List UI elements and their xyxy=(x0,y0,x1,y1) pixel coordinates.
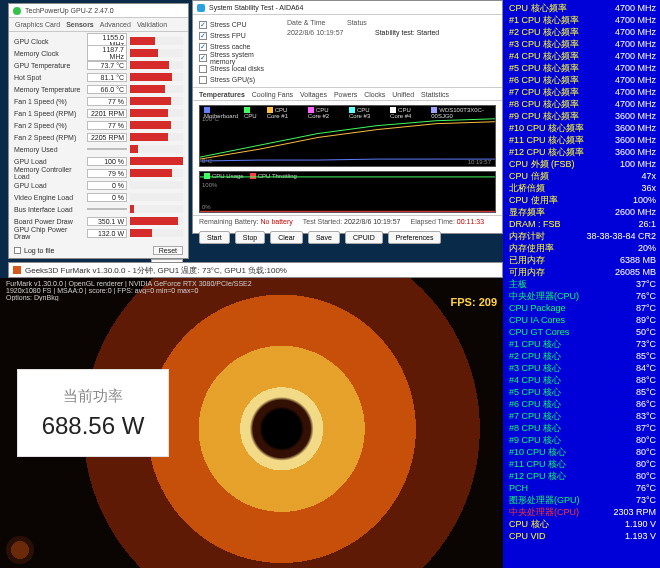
info-value: 4700 MHz xyxy=(615,62,656,74)
info-label: 内存计时 xyxy=(509,230,545,242)
info-value: 4700 MHz xyxy=(615,38,656,50)
info-value: 2303 RPM xyxy=(613,506,656,518)
aida-tab[interactable]: Voltages xyxy=(300,91,327,98)
sensor-name: Fan 1 Speed (RPM) xyxy=(14,110,84,117)
info-label: #3 CPU 核心 xyxy=(509,362,561,374)
info-label: CPU VID xyxy=(509,530,546,542)
info-value: 86°C xyxy=(636,398,656,410)
info-label: 北桥倍频 xyxy=(509,182,545,194)
info-value: 85°C xyxy=(636,386,656,398)
power-overlay: 当前功率 688.56 W xyxy=(18,370,168,456)
info-value: 3600 MHz xyxy=(615,134,656,146)
aida-status-row: Remaining Battery: No battery Test Start… xyxy=(193,215,502,227)
sensor-value xyxy=(87,148,127,150)
info-value: 6388 MB xyxy=(620,254,656,266)
info-value: 38-38-38-84 CR2 xyxy=(586,230,656,242)
info-label: CPU GT Cores xyxy=(509,326,569,338)
info-label: #10 CPU 核心频率 xyxy=(509,122,584,134)
preferences-button[interactable]: Preferences xyxy=(388,231,442,244)
gpuz-tab[interactable]: Graphics Card xyxy=(15,21,60,28)
info-label: #3 CPU 核心频率 xyxy=(509,38,579,50)
gpuz-titlebar[interactable]: TechPowerUp GPU-Z 2.47.0 xyxy=(9,4,188,18)
info-value: 76°C xyxy=(636,482,656,494)
gpuz-icon xyxy=(13,7,21,15)
gpuz-tabs: Graphics CardSensorsAdvancedValidation xyxy=(9,18,188,32)
power-value: 688.56 W xyxy=(42,412,145,440)
sensor-bar xyxy=(130,145,183,153)
sensor-value: 77 % xyxy=(87,97,127,106)
sensor-name: Memory Temperature xyxy=(14,86,84,93)
aida-tab[interactable]: Unified xyxy=(392,91,414,98)
info-label: #12 CPU 核心 xyxy=(509,470,566,482)
info-value: 4700 MHz xyxy=(615,50,656,62)
cpuid-button[interactable]: CPUID xyxy=(345,231,383,244)
stress-checkbox[interactable]: Stress GPU(s) xyxy=(199,74,281,85)
info-label: 主板 xyxy=(509,278,527,290)
clear-button[interactable]: Clear xyxy=(270,231,303,244)
info-value: 87°C xyxy=(636,422,656,434)
aida-tab[interactable]: Cooling Fans xyxy=(252,91,293,98)
aida-titlebar[interactable]: System Stability Test - AIDA64 xyxy=(193,1,502,15)
info-label: 中央处理器(CPU) xyxy=(509,290,579,302)
sensor-value: 1187.7 MHz xyxy=(87,45,127,61)
furmark-fps: FPS: 209 xyxy=(451,296,497,308)
log-to-file-checkbox[interactable]: Log to file Reset xyxy=(14,246,183,255)
aida-tab[interactable]: Powers xyxy=(334,91,357,98)
sensor-value xyxy=(87,208,127,210)
sensor-name: GPU Clock xyxy=(14,38,84,45)
sensor-name: Fan 1 Speed (%) xyxy=(14,98,84,105)
stress-checkbox[interactable]: Stress local disks xyxy=(199,63,281,74)
info-label: CPU Package xyxy=(509,302,566,314)
sensor-bar xyxy=(130,37,183,45)
info-label: CPU 外频 (FSB) xyxy=(509,158,575,170)
info-label: #9 CPU 核心 xyxy=(509,434,561,446)
aida-tab[interactable]: Temperatures xyxy=(199,91,245,98)
info-value: 89°C xyxy=(636,314,656,326)
info-label: PCH xyxy=(509,482,528,494)
sensor-value: 0 % xyxy=(87,193,127,202)
stress-checkbox[interactable]: ✓Stress FPU xyxy=(199,30,281,41)
gpuz-tab[interactable]: Validation xyxy=(137,21,167,28)
aida-buttons: StartStopClearSaveCPUIDPreferences xyxy=(193,227,502,249)
save-button[interactable]: Save xyxy=(308,231,340,244)
info-value: 4700 MHz xyxy=(615,74,656,86)
info-label: #1 CPU 核心 xyxy=(509,338,561,350)
stress-checkbox[interactable]: ✓Stress system memory xyxy=(199,52,281,63)
info-value: 80°C xyxy=(636,458,656,470)
info-label: #2 CPU 核心频率 xyxy=(509,26,579,38)
sensor-bar xyxy=(130,229,183,237)
start-button[interactable]: Start xyxy=(199,231,230,244)
gpuz-title: TechPowerUp GPU-Z 2.47.0 xyxy=(25,7,114,14)
stress-options: ✓Stress CPU✓Stress FPU✓Stress cache✓Stre… xyxy=(193,15,285,85)
info-label: 显存频率 xyxy=(509,206,545,218)
info-label: 可用内存 xyxy=(509,266,545,278)
info-label: #6 CPU 核心频率 xyxy=(509,74,579,86)
sensor-value: 132.0 W xyxy=(87,229,127,238)
furmark-titlebar[interactable]: Geeks3D FurMark v1.30.0.0 - 1分钟, GPU1 温度… xyxy=(8,262,503,278)
info-label: #1 CPU 核心频率 xyxy=(509,14,579,26)
aida-tab[interactable]: Statistics xyxy=(421,91,449,98)
aida-title: System Stability Test - AIDA64 xyxy=(209,4,303,11)
stop-button[interactable]: Stop xyxy=(235,231,265,244)
sensor-value: 81.1 °C xyxy=(87,73,127,82)
sensor-bar xyxy=(130,169,183,177)
gpuz-tab[interactable]: Advanced xyxy=(100,21,131,28)
info-label: CPU 核心 xyxy=(509,518,549,530)
gpuz-tab[interactable]: Sensors xyxy=(66,21,94,28)
aida-tab[interactable]: Clocks xyxy=(364,91,385,98)
info-label: 中央处理器(CPU) xyxy=(509,506,579,518)
info-label: #5 CPU 核心频率 xyxy=(509,62,579,74)
sensor-bar xyxy=(130,193,183,201)
sensor-value: 2201 RPM xyxy=(87,109,127,118)
info-value: 20% xyxy=(638,242,656,254)
sensor-name: Bus Interface Load xyxy=(14,206,84,213)
reset-button[interactable]: Reset xyxy=(153,246,183,255)
sensor-value: 0 % xyxy=(87,181,127,190)
info-label: CPU 核心频率 xyxy=(509,2,567,14)
sensor-value: 66.0 °C xyxy=(87,85,127,94)
info-label: #4 CPU 核心频率 xyxy=(509,50,579,62)
info-label: CPU 使用率 xyxy=(509,194,558,206)
stress-checkbox[interactable]: ✓Stress CPU xyxy=(199,19,281,30)
info-label: 内存使用率 xyxy=(509,242,554,254)
info-label: #7 CPU 核心频率 xyxy=(509,86,579,98)
